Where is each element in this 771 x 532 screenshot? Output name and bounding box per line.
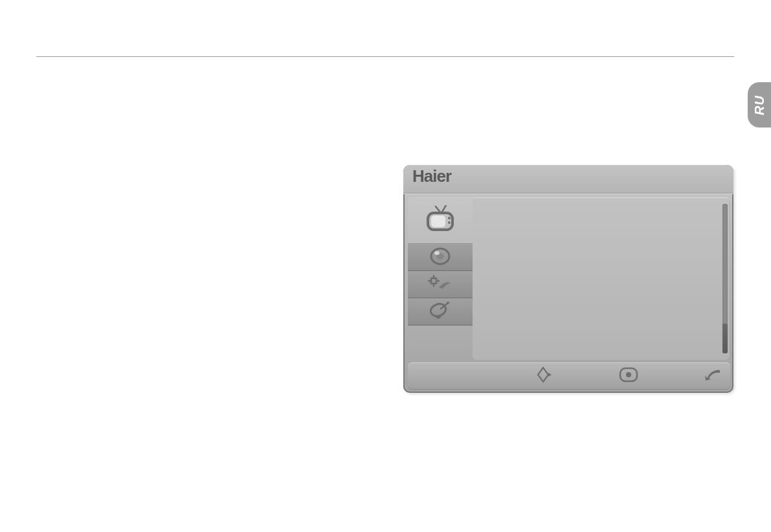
sidebar-item-sound[interactable] xyxy=(408,244,473,271)
osd-content-panel: ► ► ► xyxy=(473,197,730,360)
osd-body: ► ► ► xyxy=(408,197,730,360)
settings-wrench-icon xyxy=(427,274,453,295)
language-code: RU xyxy=(752,95,766,115)
scrollbar-thumb[interactable] xyxy=(722,324,728,353)
speaker-icon xyxy=(429,247,451,269)
svg-point-4 xyxy=(448,217,451,219)
osd-menu: Haier xyxy=(403,165,733,393)
svg-rect-3 xyxy=(431,216,445,227)
osd-sidebar xyxy=(408,197,473,360)
ok-button-icon xyxy=(619,367,638,385)
svg-point-5 xyxy=(448,221,451,224)
language-tab: RU xyxy=(748,82,771,127)
osd-title: Haier xyxy=(403,165,733,194)
sidebar-item-picture[interactable] xyxy=(408,197,473,244)
sidebar-item-settings[interactable] xyxy=(408,271,473,298)
satellite-icon xyxy=(428,301,453,323)
sidebar-item-channel[interactable] xyxy=(408,298,473,326)
svg-point-13 xyxy=(626,372,631,377)
top-divider xyxy=(36,56,734,57)
svg-point-11 xyxy=(447,302,449,304)
back-arrow-icon xyxy=(703,368,722,384)
svg-point-9 xyxy=(429,302,448,318)
content-scrollbar[interactable] xyxy=(722,204,728,353)
nav-diamond-icon xyxy=(532,366,554,386)
svg-point-8 xyxy=(434,251,440,255)
tv-icon xyxy=(424,205,456,236)
osd-footer xyxy=(408,362,730,390)
